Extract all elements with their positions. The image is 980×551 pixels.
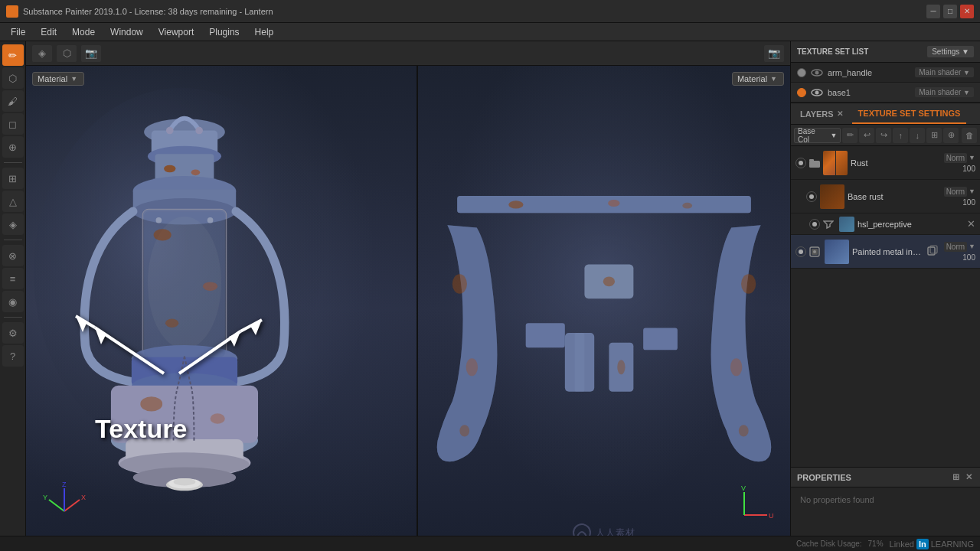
vp-tool-camera[interactable]: 📷 <box>764 45 784 62</box>
tool-settings[interactable]: ⚙ <box>2 322 24 344</box>
left-toolbar: ✏ ⬡ 🖌 ◻ ⊕ ⊞ △ ◈ ⊗ ≡ ◉ ⚙ ? <box>0 41 26 551</box>
menu-mode[interactable]: Mode <box>64 23 103 41</box>
svg-text:Y: Y <box>43 494 47 501</box>
close-button[interactable]: ✕ <box>960 5 974 18</box>
svg-point-56 <box>459 425 469 436</box>
dual-viewport: Texture X Y Z <box>26 66 790 551</box>
duplicate-painted-metal[interactable] <box>927 245 938 258</box>
svg-line-44 <box>49 500 64 511</box>
window-title: Substance Painter 2019.1.0 - License: 38… <box>23 7 926 16</box>
svg-rect-78 <box>809 159 814 161</box>
menu-help[interactable]: Help <box>247 23 282 41</box>
opacity-base-rust: 100 <box>957 198 975 207</box>
window-controls: ─ □ ✕ <box>926 5 974 18</box>
tab-texture-set-settings[interactable]: TEXTURE SET SETTINGS <box>852 103 967 124</box>
viewport-area: ◈ ⬡ 📷 📷 <box>26 41 790 551</box>
layer-tool-fill[interactable]: ↩ <box>859 128 874 143</box>
minimize-button[interactable]: ─ <box>926 5 940 18</box>
blend-mode-dropdown[interactable]: Base Col ▼ <box>794 128 841 143</box>
menu-plugins[interactable]: Plugins <box>201 23 247 41</box>
tool-paint[interactable]: ✏ <box>2 44 24 66</box>
tool-materials[interactable]: ◉ <box>2 291 24 312</box>
vp-tool-2[interactable]: ⬡ <box>57 45 77 62</box>
properties-expand[interactable]: ⊞ <box>951 472 961 482</box>
layer-info-painted-metal: Painted metal instance <box>852 247 924 256</box>
tsl-settings-button[interactable]: Settings ▼ <box>927 46 974 57</box>
main-area: ✏ ⬡ 🖌 ◻ ⊕ ⊞ △ ◈ ⊗ ≡ ◉ ⚙ ? ◈ ⬡ 📷 📷 <box>0 41 980 551</box>
layer-visibility-base-rust[interactable] <box>806 191 817 202</box>
texture-set-shader-arm-handle: Main shader ▼ <box>915 67 974 77</box>
maximize-button[interactable]: □ <box>943 5 957 18</box>
svg-rect-65 <box>643 328 678 350</box>
svg-line-42 <box>64 500 80 511</box>
layer-thumb-painted-metal <box>825 240 849 264</box>
tool-eraser[interactable]: ◻ <box>2 113 24 135</box>
tab-layers-close[interactable]: ✕ <box>837 109 843 118</box>
layer-item-rust[interactable]: Rust Norm ▼ 100 <box>791 146 980 180</box>
layer-thumb-rust <box>823 151 848 175</box>
layer-visibility-rust[interactable] <box>795 158 806 168</box>
layer-tool-add-mask[interactable]: ⊕ <box>943 128 959 143</box>
layer-tool-down[interactable]: ↓ <box>910 128 925 143</box>
hsl-close[interactable]: ✕ <box>967 218 975 230</box>
visibility-dot-base1 <box>797 88 806 97</box>
svg-rect-61 <box>575 333 585 392</box>
layer-item-hsl[interactable]: hsl_perceptive ✕ <box>791 214 980 235</box>
tool-clone[interactable]: ⊕ <box>2 136 24 158</box>
tool-smudge[interactable]: ⊞ <box>2 168 24 189</box>
layers-tabs: LAYERS ✕ TEXTURE SET SETTINGS <box>791 103 980 125</box>
menu-file[interactable]: File <box>3 23 33 41</box>
tool-fill[interactable]: ⬡ <box>2 67 24 89</box>
tool-layers[interactable]: ≡ <box>2 268 24 289</box>
svg-text:U: U <box>769 512 774 520</box>
layer-tool-up[interactable]: ↑ <box>893 128 908 143</box>
viewport-uv-content <box>418 66 790 551</box>
toolbar-separator-3 <box>4 317 22 318</box>
app-icon <box>6 5 18 18</box>
texture-set-item-arm-handle[interactable]: arm_handle Main shader ▼ <box>791 63 980 83</box>
viewport-uv-material-dropdown[interactable]: Material ▼ <box>732 72 784 86</box>
svg-rect-50 <box>457 196 751 213</box>
menu-edit[interactable]: Edit <box>33 23 64 41</box>
vp-tool-1[interactable]: ◈ <box>32 45 52 62</box>
layer-tool-paint[interactable]: ✏ <box>842 128 858 143</box>
menu-viewport[interactable]: Viewport <box>151 23 201 41</box>
layer-tool-group[interactable]: ⊞ <box>926 128 942 143</box>
layer-visibility-hsl[interactable] <box>809 219 820 230</box>
layer-tool-trash[interactable]: 🗑 <box>962 128 977 143</box>
texture-set-name-base1: base1 <box>828 88 910 97</box>
layer-name-painted-metal: Painted metal instance <box>852 247 924 256</box>
tool-select[interactable]: △ <box>2 191 24 212</box>
svg-point-55 <box>466 358 478 376</box>
tool-bake[interactable]: ⊗ <box>2 245 24 266</box>
menubar: File Edit Mode Window Viewport Plugins H… <box>0 23 980 41</box>
viewport-3d[interactable]: Texture X Y Z <box>26 66 416 551</box>
viewport-3d-material-dropdown[interactable]: Material ▼ <box>32 72 84 86</box>
properties-close[interactable]: ✕ <box>964 472 974 482</box>
texture-set-list: arm_handle Main shader ▼ base1 Main shad… <box>791 63 980 103</box>
layer-tool-mask[interactable]: ↪ <box>876 128 891 143</box>
viewport-uv[interactable]: Material ▼ U V <box>416 66 790 551</box>
layer-visibility-painted-metal[interactable] <box>795 246 806 257</box>
vp-tool-3[interactable]: 📷 <box>81 45 101 62</box>
texture-set-item-base1[interactable]: base1 Main shader ▼ <box>791 83 980 103</box>
tool-polygon[interactable]: ◈ <box>2 214 24 235</box>
svg-point-54 <box>452 274 467 294</box>
tool-help[interactable]: ? <box>2 345 24 367</box>
layer-right-base-rust: Norm ▼ 100 <box>944 187 975 207</box>
lantern-3d-render <box>26 66 416 551</box>
smart-material-icon <box>809 246 820 257</box>
layer-item-painted-metal[interactable]: Painted metal instance Norm ▼ <box>791 235 980 269</box>
texture-set-list-header: TEXTURE SET LIST Settings ▼ <box>791 41 980 63</box>
layer-name-rust: Rust <box>851 158 941 168</box>
tool-brush[interactable]: 🖌 <box>2 90 24 112</box>
axis-3d: X Y Z <box>41 481 87 524</box>
duplicate-icon <box>927 245 938 256</box>
svg-point-76 <box>815 90 819 94</box>
menu-window[interactable]: Window <box>103 23 151 41</box>
titlebar: Substance Painter 2019.1.0 - License: 38… <box>0 0 980 23</box>
tab-layers[interactable]: LAYERS ✕ <box>791 103 852 124</box>
svg-text:X: X <box>81 494 86 501</box>
svg-point-51 <box>508 201 523 208</box>
layer-item-base-rust[interactable]: Base rust Norm ▼ 100 <box>791 180 980 214</box>
